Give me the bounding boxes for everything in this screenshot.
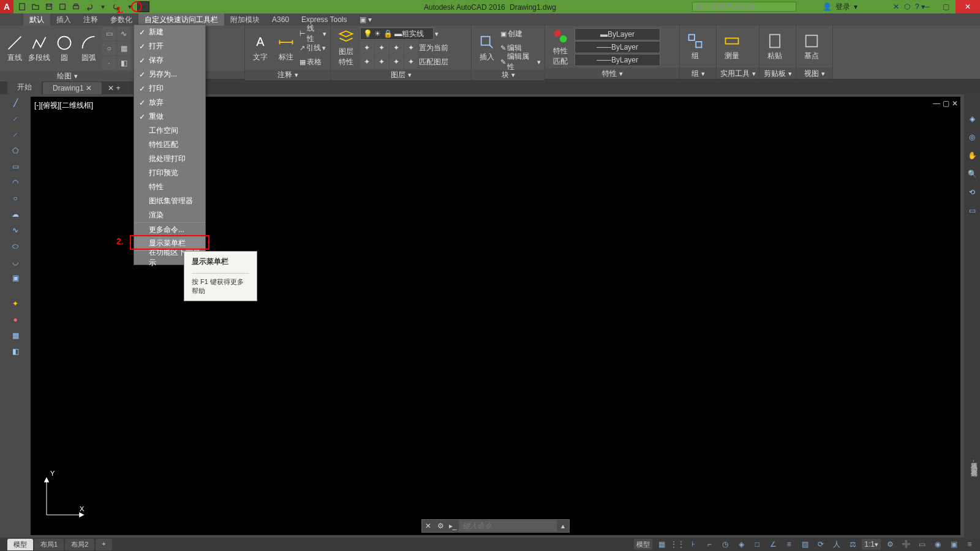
close-button[interactable]: ✕	[956, 0, 980, 13]
search-input[interactable]: 键入关键字或短语	[692, 2, 796, 12]
status-cycle-icon[interactable]: ⟳	[814, 539, 827, 550]
nav-orbit-icon[interactable]: ⟲	[966, 186, 978, 198]
tool-rect-icon[interactable]: ▭	[102, 27, 116, 40]
lt-spline-icon[interactable]: ∿	[9, 224, 21, 236]
vp-max-icon[interactable]: ▢	[943, 99, 949, 108]
layer-icon[interactable]: ✦	[360, 41, 374, 54]
cmdline-close-icon[interactable]: ✕	[422, 522, 434, 530]
tool-layer-props[interactable]: 图层 特性	[334, 28, 358, 67]
cmdline-handle-icon[interactable]: ⚙	[434, 522, 447, 530]
nav-viewcube-icon[interactable]: ◈	[966, 113, 978, 125]
saveas-icon[interactable]	[56, 1, 69, 12]
new-icon[interactable]	[16, 1, 28, 12]
dd-linear[interactable]: ⊢ 线性 ▾	[300, 27, 326, 40]
layer-icon[interactable]: ✦	[390, 41, 403, 54]
lt-rect-icon[interactable]: ▭	[9, 160, 21, 173]
tab-insert[interactable]: 插入	[50, 13, 77, 26]
qat-menu-item[interactable]: 打开	[134, 39, 205, 53]
qat-menu-item[interactable]: 新建	[134, 25, 205, 39]
qat-menu-item[interactable]: 渲染	[134, 208, 205, 222]
layout-tab-2[interactable]: 布局2	[65, 539, 94, 550]
status-grid-icon[interactable]: ▦	[655, 539, 668, 550]
viewport-label[interactable]: [-][俯视][二维线框]	[34, 100, 93, 111]
layout-tab-model[interactable]: 模型	[7, 539, 33, 550]
lt-poly-icon[interactable]: ⬠	[9, 144, 21, 157]
qat-menu-item[interactable]: 另存为...	[134, 67, 205, 81]
layer-combo[interactable]: 💡 ☀ 🔒 ▬ 粗实线	[360, 28, 434, 40]
lt-xline-icon[interactable]: ⟋	[9, 113, 21, 125]
tab-express[interactable]: Express Tools	[295, 13, 353, 26]
cmdline-expand-icon[interactable]: ▴	[557, 522, 569, 530]
cmdline-input[interactable]	[459, 520, 557, 531]
palette-tab[interactable]: 工具选项板 - 所有选项板	[970, 458, 979, 464]
command-line[interactable]: ✕ ⚙ ▸_ ▴	[421, 519, 570, 533]
a360-icon[interactable]: ⬡	[904, 2, 910, 11]
dd-leader[interactable]: ↗ 引线 ▾	[300, 41, 326, 54]
tab-parametric[interactable]: 参数化	[104, 13, 138, 26]
lt-revcloud-icon[interactable]: ☁	[9, 208, 21, 220]
status-transp-icon[interactable]: ▨	[798, 539, 812, 550]
status-otrack-icon[interactable]: ∠	[766, 539, 780, 550]
lweight-bylayer[interactable]: —— ByLayer	[575, 41, 660, 53]
tool-spline-icon[interactable]: ∿	[117, 27, 130, 40]
layout-tab-add[interactable]: +	[96, 539, 111, 550]
tool-arc[interactable]: 圆弧	[78, 34, 100, 63]
block-create[interactable]: ▣ 创建	[500, 27, 541, 40]
tool-point-icon[interactable]: ·	[102, 56, 116, 70]
tab-addons[interactable]: 附加模块	[224, 13, 266, 26]
ltype-bylayer[interactable]: —— ByLayer	[575, 54, 660, 66]
qat-menu-item[interactable]: 特性匹配	[134, 138, 205, 152]
layer-icon[interactable]: ✦	[360, 55, 374, 69]
status-model-toggle[interactable]: 模型	[634, 539, 652, 550]
lt-ellipsearc-icon[interactable]: ◡	[9, 256, 21, 268]
undo-icon[interactable]	[83, 1, 96, 12]
app-logo[interactable]: A	[0, 0, 13, 13]
tab-add[interactable]: ✕ +	[103, 82, 125, 94]
qat-menu-item[interactable]: 放弃	[134, 96, 205, 110]
tool-line[interactable]: 直线	[4, 34, 26, 63]
block-editattr[interactable]: ✎ 编辑属性 ▾	[500, 55, 541, 69]
tool-insert-block[interactable]: 插入	[475, 34, 498, 62]
tool-circle[interactable]: 圆	[53, 34, 75, 63]
nav-zoom-icon[interactable]: 🔍	[966, 168, 978, 180]
print-icon[interactable]	[70, 1, 82, 12]
status-polar-icon[interactable]: ◷	[718, 539, 732, 550]
qat-menu-item[interactable]: 批处理打印	[134, 152, 205, 166]
lt-arc-icon[interactable]: ◠	[9, 176, 21, 189]
tool-paste[interactable]: 粘贴	[763, 32, 786, 61]
status-iso-icon[interactable]: ◈	[734, 539, 748, 550]
layer-icon[interactable]: ✦	[375, 41, 388, 54]
lt-ellipse-icon[interactable]: ⬭	[9, 240, 21, 252]
tool-measure[interactable]: 测量	[720, 32, 744, 61]
tool-group[interactable]: 组	[684, 32, 707, 61]
tab-default[interactable]: 默认	[23, 13, 50, 26]
tool-table[interactable]: ▦ 表格	[300, 55, 326, 69]
layer-icon[interactable]: ✦	[375, 55, 388, 69]
vp-min-icon[interactable]: —	[933, 99, 940, 108]
lt-line-icon[interactable]: ╱	[9, 97, 21, 109]
status-ortho-icon[interactable]: ⌐	[703, 539, 716, 550]
tool-dim[interactable]: 标注	[274, 34, 298, 62]
tool-polyline[interactable]: 多段线	[28, 34, 50, 63]
tab-start[interactable]: 开始	[7, 80, 42, 94]
undo-dd-icon[interactable]: ▾	[97, 1, 109, 12]
tool-match-props[interactable]: 特性 匹配	[549, 28, 572, 67]
status-max-icon[interactable]: ➕	[899, 539, 913, 550]
lt-insert-icon[interactable]: ▣	[9, 272, 21, 284]
lt-circle-icon[interactable]: ○	[9, 192, 21, 204]
tab-drawing1[interactable]: Drawing1 ✕	[43, 82, 102, 94]
exchange-icon[interactable]: ✕	[893, 2, 899, 11]
layout-tab-1[interactable]: 布局1	[34, 539, 64, 550]
layer-icon[interactable]: ✦	[404, 55, 418, 69]
color-bylayer[interactable]: ▬ ByLayer	[575, 28, 660, 40]
status-osnap-icon[interactable]: □	[750, 539, 764, 550]
tool-hatch-icon[interactable]: ▦	[117, 42, 130, 55]
status-snap-icon[interactable]: ⋮⋮	[671, 539, 684, 550]
qat-menu-item[interactable]: 工作空间	[134, 124, 205, 138]
tool-ellipse-icon[interactable]: ○	[102, 42, 116, 55]
vp-close-icon[interactable]: ✕	[952, 99, 958, 108]
status-ws-icon[interactable]: ⚙	[883, 539, 897, 550]
status-scale[interactable]: 1:1 ▾	[862, 539, 881, 550]
login-area[interactable]: 👤 登录 ▾	[823, 2, 858, 12]
lt-hatch-icon[interactable]: ▦	[9, 329, 21, 342]
